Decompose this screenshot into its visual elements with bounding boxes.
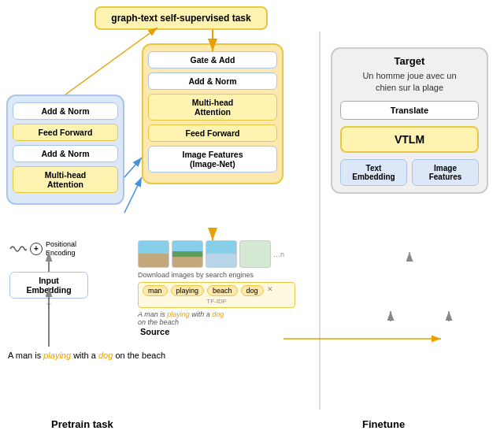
add-norm-m-block: Add & Norm xyxy=(148,72,277,90)
top-task-label: graph-text self-supervised task xyxy=(111,13,250,24)
diagram-container: graph-text self-supervised task Add & No… xyxy=(0,0,504,438)
keyword-beach: beach xyxy=(207,285,238,296)
right-panel-title: Target xyxy=(340,55,479,67)
plus-circle-icon: + xyxy=(30,243,43,255)
source-label: Source xyxy=(140,327,169,336)
vertical-divider xyxy=(319,32,321,410)
bottom-boxes: TextEmbedding ImageFeatures xyxy=(340,159,479,186)
highlight-playing: playing xyxy=(167,310,190,318)
source-sentence: A man is playing with a dog on the beach xyxy=(8,351,165,360)
search-sentence: A man is playing with a dogon the beach xyxy=(138,310,295,326)
translate-box: Translate xyxy=(340,101,479,120)
gate-add-block: Gate & Add xyxy=(148,51,277,69)
beach-img-1 xyxy=(138,240,169,268)
feed-forward-block: Feed Forward xyxy=(13,124,118,141)
multi-head-m-block: Multi-headAttention xyxy=(148,94,277,121)
src-playing: playing xyxy=(43,351,71,360)
image-features-box: ImageFeatures xyxy=(412,159,479,186)
keyword-man: man xyxy=(143,285,168,296)
input-embedding-block: InputEmbedding xyxy=(9,272,88,299)
middle-panel: Gate & Add Add & Norm Multi-headAttentio… xyxy=(142,43,284,184)
add-norm-2-block: Add & Norm xyxy=(13,102,118,120)
input-embedding-area: InputEmbedding ⊤ xyxy=(9,272,88,310)
text-embedding-box: TextEmbedding xyxy=(340,159,407,186)
feed-forward-m-block: Feed Forward xyxy=(148,124,277,142)
wave-icon xyxy=(9,243,27,255)
pos-encoding-area: + PositionalEncoding xyxy=(9,240,76,258)
target-text: Un homme joue avec unchien sur la plage xyxy=(340,70,479,95)
download-label: Download images by search engines xyxy=(138,271,295,279)
svg-line-6 xyxy=(124,158,142,177)
top-task-box: graph-text self-supervised task xyxy=(94,6,268,30)
highlight-dog: dog xyxy=(212,310,224,318)
keyword-playing: playing xyxy=(171,285,205,296)
pretrain-label: Pretrain task xyxy=(51,418,113,430)
keyword-row: man playing beach dog ✕ xyxy=(143,285,291,296)
add-norm-1-block: Add & Norm xyxy=(13,145,118,162)
t-symbol: ⊤ xyxy=(9,303,88,310)
left-panel: Add & Norm Feed Forward Add & Norm Multi… xyxy=(6,95,124,205)
pos-encoding-label: PositionalEncoding xyxy=(46,240,76,258)
vtlm-box: VTLM xyxy=(340,126,479,153)
beach-img-2 xyxy=(172,240,203,268)
tfidf-label: TF-IDF xyxy=(143,298,291,305)
finetune-label: Finetune xyxy=(362,418,405,430)
svg-line-5 xyxy=(124,177,142,213)
beach-img-3 xyxy=(206,240,237,268)
multi-head-block: Multi-headAttention xyxy=(13,166,118,193)
src-dog: dog xyxy=(98,351,113,360)
right-panel: Target Un homme joue avec unchien sur la… xyxy=(331,47,488,194)
tfidf-box: man playing beach dog ✕ TF-IDF xyxy=(138,282,295,308)
person-img xyxy=(239,240,271,268)
keyword-dog: dog xyxy=(241,285,264,296)
image-row: …n xyxy=(138,240,295,268)
image-features-block: Image Features(Image-Net) xyxy=(148,146,277,173)
image-search-area: …n Download images by search engines man… xyxy=(138,240,295,326)
